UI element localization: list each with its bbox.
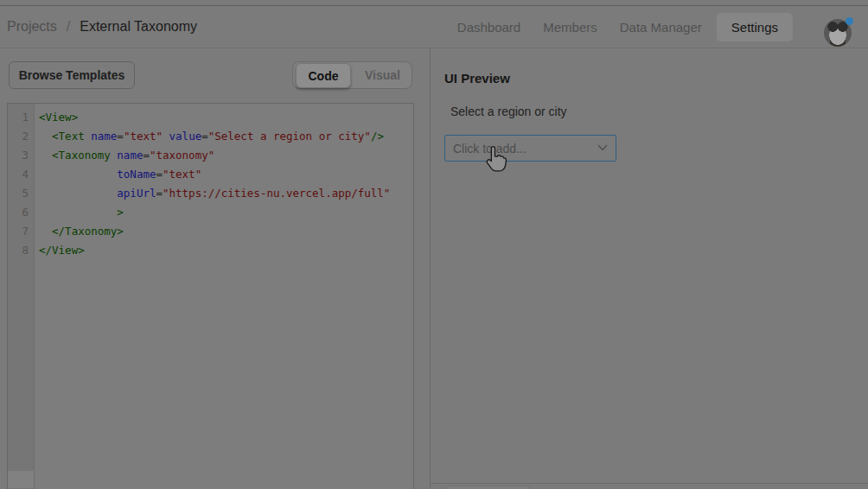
code-token-attr: name — [91, 130, 117, 143]
code-token-tag: > — [117, 206, 124, 219]
breadcrumb-separator: / — [67, 19, 70, 35]
avatar[interactable] — [824, 19, 852, 47]
code-token-string: "https://cities-nu.vercel.app/full" — [163, 187, 390, 200]
code-token-tag: </View> — [39, 244, 85, 257]
nav-item-settings[interactable]: Settings — [717, 13, 793, 41]
code-token-plain: = — [156, 187, 163, 200]
line-number: 8 — [8, 241, 34, 260]
line-number: 5 — [8, 184, 34, 203]
panel-divider — [430, 48, 431, 489]
app-header: Projects / External Taxonomy Dashboard M… — [0, 6, 868, 48]
code-token-attr: apiUrl — [117, 187, 156, 200]
nav-item-data-manager[interactable]: Data Manager — [609, 13, 713, 41]
code-token-attr: toName — [117, 168, 156, 181]
code-token-plain — [39, 130, 52, 143]
line-number: 4 — [8, 165, 34, 184]
code-token-plain — [39, 206, 117, 219]
browser-chrome-strip — [0, 0, 868, 6]
nav-item-members[interactable]: Members — [532, 13, 609, 41]
code-line[interactable]: <Taxonomy name="taxonomy" — [39, 146, 413, 165]
labeling-config-code-editor[interactable]: 12345678 <View> <Text name="text" value=… — [7, 103, 414, 489]
code-token-plain: = — [201, 130, 208, 143]
code-token-tag: </Taxonomy> — [52, 225, 124, 238]
code-token-string: "text" — [124, 130, 163, 143]
ui-preview-title: UI Preview — [444, 71, 510, 86]
breadcrumb-current-project: External Taxonomy — [80, 19, 197, 35]
code-token-tag: /> — [371, 130, 384, 143]
toggle-option-visual[interactable]: Visual — [354, 62, 412, 88]
code-token-plain — [39, 187, 117, 200]
editor-gutter: 12345678 — [8, 104, 35, 489]
chevron-down-icon — [597, 144, 608, 151]
line-number: 2 — [8, 127, 34, 146]
code-token-tag: <Text — [52, 130, 85, 143]
editor-scrollbar-filler — [8, 471, 34, 488]
code-line[interactable]: > — [39, 203, 413, 222]
code-token-plain — [39, 225, 52, 238]
code-token-attr: value — [169, 130, 202, 143]
line-number: 6 — [8, 203, 34, 222]
line-number: 3 — [8, 146, 34, 165]
code-token-plain: = — [143, 149, 150, 162]
code-token-plain — [39, 149, 52, 162]
preview-footer-button[interactable] — [447, 486, 531, 489]
code-token-plain: = — [156, 168, 163, 181]
browse-templates-button[interactable]: Browse Templates — [9, 61, 135, 89]
code-token-string: "text" — [163, 168, 201, 181]
code-token-attr: name — [117, 149, 143, 162]
code-line[interactable]: </Taxonomy> — [39, 222, 413, 241]
preview-footer-divider — [431, 483, 868, 484]
code-token-plain: = — [117, 130, 124, 143]
code-line[interactable]: toName="text" — [39, 165, 413, 184]
toggle-option-code[interactable]: Code — [296, 63, 351, 88]
nav-item-dashboard[interactable]: Dashboard — [446, 13, 532, 41]
main-nav: Dashboard Members Data Manager Settings — [446, 6, 793, 48]
notification-dot-icon — [846, 17, 853, 25]
line-number: 1 — [8, 108, 34, 127]
code-token-string: "Select a region or city" — [208, 130, 371, 143]
breadcrumb: Projects / External Taxonomy — [7, 6, 197, 48]
editor-code[interactable]: <View> <Text name="text" value="Select a… — [35, 104, 413, 489]
line-number: 7 — [8, 222, 34, 241]
code-line[interactable]: <Text name="text" value="Select a region… — [39, 127, 413, 146]
preview-prompt-text: Select a region or city — [450, 105, 567, 118]
taxonomy-dropdown[interactable]: Click to add... — [444, 135, 616, 162]
code-token-string: "taxonomy" — [150, 149, 214, 162]
breadcrumb-projects-link[interactable]: Projects — [7, 19, 57, 35]
code-visual-toggle: Code Visual — [292, 61, 412, 89]
code-line[interactable]: apiUrl="https://cities-nu.vercel.app/ful… — [39, 184, 413, 203]
code-token-plain — [39, 168, 117, 181]
code-token-tag: <View> — [39, 111, 78, 124]
code-token-tag: <Taxonomy — [52, 149, 111, 162]
cursor-pointer-icon — [484, 144, 507, 173]
code-line[interactable]: <View> — [39, 108, 413, 127]
code-line[interactable]: </View> — [39, 241, 413, 260]
code-token-plain — [163, 130, 169, 143]
page: Projects / External Taxonomy Dashboard M… — [0, 0, 868, 489]
